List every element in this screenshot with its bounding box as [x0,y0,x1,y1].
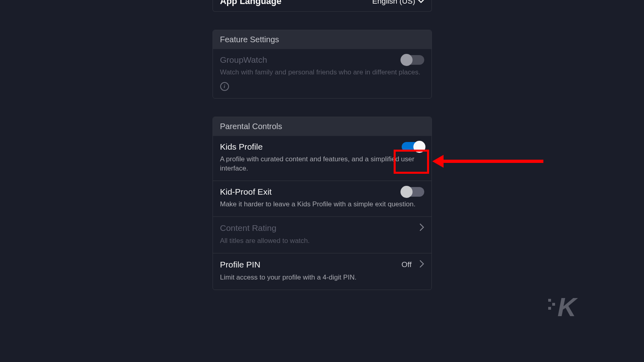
content-rating-desc: All titles are allowed to watch. [220,237,424,246]
content-rating-row[interactable]: Content Rating All titles are allowed to… [213,217,431,253]
feature-settings-card: Feature Settings GroupWatch Watch with f… [213,30,432,99]
chevron-down-icon [418,0,424,4]
parental-controls-header: Parental Controls [213,117,431,136]
profile-pin-value: Off [402,260,412,269]
kid-proof-exit-title: Kid-Proof Exit [220,187,272,197]
kids-profile-title: Kids Profile [220,142,263,152]
watermark-logo: K [548,297,576,318]
annotation-arrow [443,160,543,163]
groupwatch-row: GroupWatch Watch with family and persona… [213,49,431,98]
kid-proof-exit-desc: Make it harder to leave a Kids Profile w… [220,200,424,209]
kid-proof-exit-row: Kid-Proof Exit Make it harder to leave a… [213,181,431,217]
toggle-knob [400,54,413,66]
arrow-line [443,160,543,163]
app-language-value-text: English (US) [372,0,415,6]
kids-profile-desc: A profile with curated content and featu… [220,155,424,173]
kids-profile-row: Kids Profile A profile with curated cont… [213,136,431,181]
chevron-right-icon [420,223,424,233]
groupwatch-title: GroupWatch [220,55,267,65]
arrow-head-icon [432,155,444,168]
feature-settings-header: Feature Settings [213,30,431,49]
app-language-row[interactable]: App Language English (US) [213,0,431,11]
profile-pin-title: Profile PIN [220,260,260,269]
groupwatch-desc: Watch with family and personal friends w… [220,68,424,77]
toggle-knob [400,186,413,198]
app-language-label: App Language [220,0,282,6]
chevron-right-icon [420,259,424,270]
info-icon[interactable]: i [220,82,229,91]
parental-controls-card: Parental Controls Kids Profile A profile… [213,117,432,290]
content-rating-title: Content Rating [220,223,277,233]
profile-pin-desc: Limit access to your profile with a 4-di… [220,273,424,282]
profile-pin-row[interactable]: Profile PIN Off Limit access to your pro… [213,253,431,290]
kid-proof-exit-toggle[interactable] [402,187,424,197]
app-language-value: English (US) [372,0,424,6]
kids-profile-toggle[interactable] [402,142,424,152]
toggle-knob [413,141,425,153]
app-language-card: App Language English (US) [213,0,432,12]
groupwatch-toggle[interactable] [402,55,424,65]
